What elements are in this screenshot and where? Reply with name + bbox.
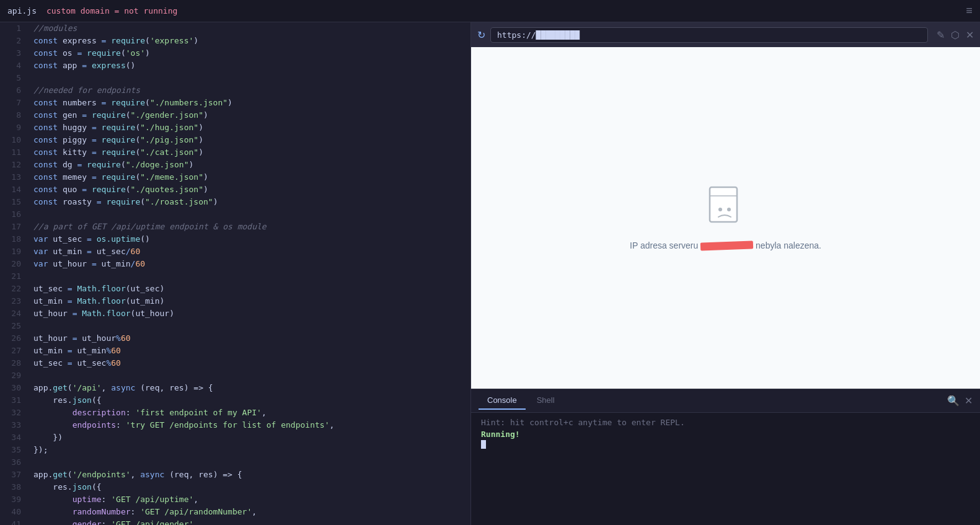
line-number: 23: [0, 295, 31, 307]
line-number: 14: [0, 183, 31, 196]
line-code: var ut_hour = ut_min/60: [31, 258, 470, 270]
table-row: 15const roasty = require("./roast.json"): [0, 196, 470, 208]
line-code: res.json({: [31, 481, 470, 493]
line-number: 37: [0, 469, 31, 481]
browser-edit-button[interactable]: ✎: [937, 29, 945, 41]
line-code: ut_hour = ut_hour%60: [31, 332, 470, 345]
browser-content: IP adresa serveru nebyla nalezena.: [471, 47, 980, 389]
line-code: var ut_min = ut_sec/60: [31, 245, 470, 258]
line-code: //modules: [31, 22, 470, 35]
svg-point-3: [727, 208, 731, 211]
line-number: 35: [0, 444, 31, 456]
line-code: //a part of GET /api/uptime endpoint & o…: [31, 221, 470, 233]
table-row: 18var ut_sec = os.uptime(): [0, 233, 470, 245]
menu-icon[interactable]: ≡: [966, 5, 973, 17]
line-code: const kitty = require("./cat.json"): [31, 146, 470, 159]
line-number: 31: [0, 394, 31, 407]
line-code: const numbers = require("./numbers.json"…: [31, 97, 470, 109]
line-number: 18: [0, 233, 31, 245]
line-code: ut_sec = ut_sec%60: [31, 357, 470, 369]
table-row: 9const huggy = require("./hug.json"): [0, 121, 470, 134]
table-row: 37app.get('/endpoints', async (req, res)…: [0, 469, 470, 481]
line-number: 4: [0, 60, 31, 72]
code-content[interactable]: 1//modules2const express = require('expr…: [0, 22, 470, 525]
line-code: endpoints: 'try GET /endpoints for list …: [31, 419, 470, 431]
browser-area: ↻ ✎ ⬡ ✕ IP adresa serveru n: [471, 22, 980, 389]
table-row: 4const app = express(): [0, 60, 470, 72]
line-number: 28: [0, 357, 31, 369]
line-code: [31, 270, 470, 283]
table-row: 14const quo = require("./quotes.json"): [0, 183, 470, 196]
line-code: [31, 72, 470, 84]
table-row: 29: [0, 369, 470, 382]
table-row: 5: [0, 72, 470, 84]
table-row: 6//needed for endpoints: [0, 84, 470, 97]
browser-toolbar: ↻ ✎ ⬡ ✕: [471, 22, 980, 47]
console-output: Hint: hit control+c anytime to enter REP…: [471, 413, 980, 525]
line-code: var ut_sec = os.uptime(): [31, 233, 470, 245]
table-row: 31 res.json({: [0, 394, 470, 407]
browser-actions: ✎ ⬡ ✕: [937, 29, 974, 41]
browser-refresh-button[interactable]: ↻: [477, 29, 485, 41]
table-row: 27ut_min = ut_min%60: [0, 345, 470, 357]
line-number: 29: [0, 369, 31, 382]
tab-console[interactable]: Console: [479, 392, 526, 410]
line-number: 40: [0, 506, 31, 518]
table-row: 17//a part of GET /api/uptime endpoint &…: [0, 221, 470, 233]
line-code: ut_sec = Math.floor(ut_sec): [31, 283, 470, 295]
line-code: description: 'first endpoint of my API',: [31, 407, 470, 419]
table-row: 8const gen = require("./gender.json"): [0, 109, 470, 121]
line-code: const roasty = require("./roast.json"): [31, 196, 470, 208]
line-number: 26: [0, 332, 31, 345]
table-row: 19var ut_min = ut_sec/60: [0, 245, 470, 258]
console-hint: Hint: hit control+c anytime to enter REP…: [481, 418, 970, 427]
line-code: [31, 320, 470, 332]
line-number: 39: [0, 493, 31, 506]
table-row: 16: [0, 208, 470, 221]
table-row: 39 uptime: 'GET /api/uptime',: [0, 493, 470, 506]
table-row: 40 randomNumber: 'GET /api/randomNumber'…: [0, 506, 470, 518]
svg-point-2: [718, 208, 722, 211]
line-code: const os = require('os'): [31, 47, 470, 60]
console-panel: Console Shell 🔍 ✕ Hint: hit control+c an…: [471, 389, 980, 525]
table-row: 25: [0, 320, 470, 332]
browser-url-input[interactable]: [490, 27, 928, 43]
table-row: 7const numbers = require("./numbers.json…: [0, 97, 470, 109]
line-code: const huggy = require("./hug.json"): [31, 121, 470, 134]
table-row: 24ut_hour = Math.floor(ut_hour): [0, 307, 470, 320]
tab-filename[interactable]: api.js: [7, 6, 37, 15]
console-actions: 🔍 ✕: [947, 395, 973, 407]
line-code: res.json({: [31, 394, 470, 407]
table-row: 11const kitty = require("./cat.json"): [0, 146, 470, 159]
line-code: [31, 369, 470, 382]
line-number: 11: [0, 146, 31, 159]
table-row: 36: [0, 456, 470, 469]
line-number: 6: [0, 84, 31, 97]
line-code: [31, 456, 470, 469]
table-row: 12const dg = require("./doge.json"): [0, 159, 470, 171]
table-row: 3const os = require('os'): [0, 47, 470, 60]
console-running-status: Running!: [481, 430, 970, 439]
line-code: const gen = require("./gender.json"): [31, 109, 470, 121]
browser-open-button[interactable]: ⬡: [951, 29, 960, 41]
line-number: 25: [0, 320, 31, 332]
tab-shell[interactable]: Shell: [528, 392, 563, 410]
table-row: 41 gender: 'GET /api/gender',: [0, 518, 470, 525]
code-editor: 1//modules2const express = require('expr…: [0, 22, 471, 525]
line-number: 5: [0, 72, 31, 84]
table-row: 22ut_sec = Math.floor(ut_sec): [0, 283, 470, 295]
line-number: 19: [0, 245, 31, 258]
line-number: 34: [0, 431, 31, 444]
console-close-button[interactable]: ✕: [965, 395, 973, 407]
line-number: 2: [0, 35, 31, 47]
svg-rect-0: [710, 187, 737, 222]
line-code: const express = require('express'): [31, 35, 470, 47]
browser-close-button[interactable]: ✕: [966, 29, 974, 41]
line-code: ut_min = ut_min%60: [31, 345, 470, 357]
console-tabs: Console Shell 🔍 ✕: [471, 389, 980, 413]
line-code: app.get('/api', async (req, res) => {: [31, 382, 470, 394]
console-search-button[interactable]: 🔍: [947, 395, 960, 407]
line-number: 15: [0, 196, 31, 208]
line-number: 1: [0, 22, 31, 35]
table-row: 23ut_min = Math.floor(ut_min): [0, 295, 470, 307]
